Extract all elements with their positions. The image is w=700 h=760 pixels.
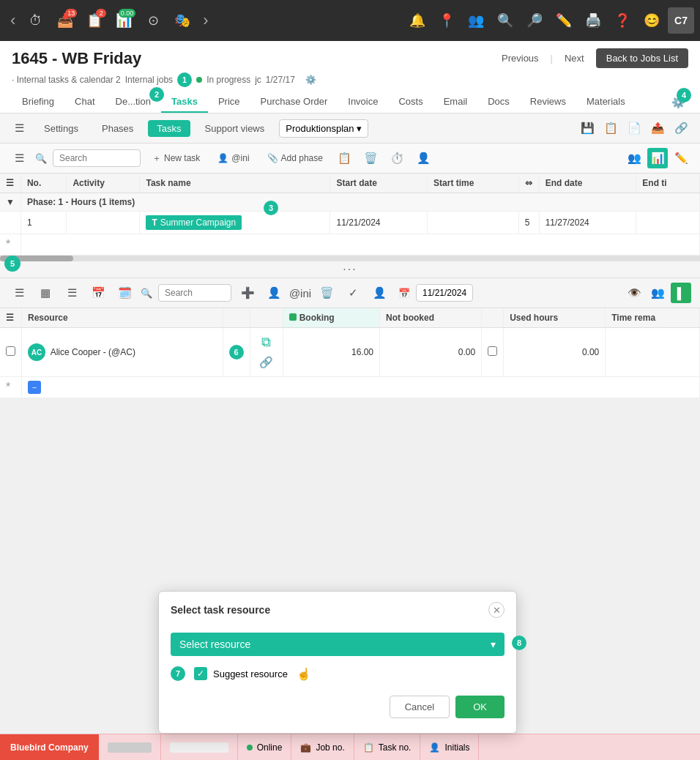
table-row[interactable]: 1 T Summer Campaign 3 11/21/2024	[0, 212, 700, 234]
tab-price[interactable]: Price	[208, 92, 250, 113]
settings-icon-header[interactable]: ⚙️	[305, 75, 316, 85]
pin-icon[interactable]: 📍	[433, 7, 460, 34]
clock-icon[interactable]: ⏱	[23, 7, 49, 34]
minus-btn[interactable]: −	[28, 381, 41, 394]
sub-tab-settings[interactable]: Settings	[35, 120, 87, 137]
chart-icon[interactable]: 📊 0.00	[111, 7, 137, 34]
search-icon[interactable]: 🔎	[521, 7, 548, 34]
hamburger-icon[interactable]: ☰	[9, 118, 29, 138]
dropdown-chevron-icon: ▾	[491, 638, 496, 650]
tab-tasks[interactable]: Tasks	[161, 92, 208, 113]
footer-status: Online	[257, 742, 283, 753]
resource-more-2[interactable]: 👥	[647, 283, 668, 303]
previous-button[interactable]: Previous	[496, 50, 545, 67]
smile-icon[interactable]: 😊	[638, 7, 665, 34]
resource-status-btn[interactable]: ▌	[671, 283, 691, 303]
search-icon-resource: 🔍	[141, 288, 152, 299]
modal-close-button[interactable]: ✕	[488, 602, 504, 618]
gantt-view-icon[interactable]: 📊	[647, 148, 668, 168]
edit-doc-icon[interactable]: ✏️	[551, 7, 577, 34]
sub-tab-support[interactable]: Support views	[196, 120, 274, 137]
resize-handle[interactable]: ···	[0, 261, 700, 277]
tab-docs[interactable]: Docs	[477, 92, 520, 113]
print-icon[interactable]: 🖨️	[580, 7, 606, 34]
copy-resource-icon[interactable]: ⧉	[256, 332, 277, 352]
timer-rows-icon[interactable]: ⏱️	[387, 148, 408, 168]
ini-resource-btn[interactable]: 👤	[264, 283, 284, 303]
suggest-checkbox[interactable]	[194, 667, 207, 680]
resource-gantt-view[interactable]: 📅	[88, 283, 108, 303]
add-resource-btn[interactable]: ➕	[237, 283, 258, 303]
copy-rows-icon[interactable]: 📋	[335, 148, 355, 168]
resource-mgr-icon[interactable]: 👥	[624, 148, 644, 168]
resource-hamburger[interactable]: ☰	[9, 283, 29, 303]
assign-resource-btn[interactable]: 👤	[369, 283, 390, 303]
check-resource-btn[interactable]: ✓	[343, 283, 363, 303]
step-badge-8: 8	[512, 636, 526, 650]
resource-search-input[interactable]	[158, 284, 231, 302]
task-table: ☰ No. Activity Task name Start date Star…	[0, 174, 700, 256]
clipboard-icon[interactable]: 📋 2	[81, 7, 108, 34]
bell-icon[interactable]: 🔔	[404, 7, 431, 34]
sub-tab-tasks[interactable]: Tasks	[148, 120, 190, 137]
people-icon[interactable]: 👥	[463, 7, 489, 34]
tab-materials[interactable]: Materials	[576, 92, 636, 113]
tab-email[interactable]: Email	[433, 92, 478, 113]
tab-reviews[interactable]: Reviews	[520, 92, 576, 113]
resource-row[interactable]: AC Alice Cooper - (@AC) 6 ⧉ 🔗 16.00 0.00…	[0, 328, 700, 377]
task-hamburger-icon[interactable]: ☰	[9, 148, 29, 168]
cancel-button[interactable]: Cancel	[390, 696, 450, 718]
copy-icon-btn[interactable]: 📋	[600, 118, 621, 138]
resource-time-rema	[606, 328, 700, 377]
ok-button[interactable]: OK	[455, 696, 504, 718]
breadcrumb-2[interactable]: Internal jobs	[125, 75, 173, 85]
share-icon-btn[interactable]: 🔗	[671, 118, 691, 138]
new-task-button[interactable]: ＋ New task	[146, 149, 206, 168]
resource-checkbox[interactable]	[6, 346, 15, 356]
select-resource-dropdown[interactable]: Select resource ▾	[171, 633, 504, 656]
col-end-time: End ti	[636, 174, 700, 193]
resource-cb2[interactable]	[488, 346, 497, 356]
back-to-jobs-button[interactable]: Back to Jobs List	[596, 48, 688, 68]
tab-invoice[interactable]: Invoice	[338, 92, 388, 113]
resource-calendar-view[interactable]: 🗓️	[114, 283, 135, 303]
next-button[interactable]: Next	[559, 50, 590, 67]
footer-user-section	[99, 734, 161, 760]
add-phase-button[interactable]: 📎 Add phase	[261, 150, 329, 166]
add-resource-row[interactable]: * −	[0, 377, 700, 398]
paste-icon-btn[interactable]: 📄	[624, 118, 644, 138]
tab-costs[interactable]: Costs	[388, 92, 433, 113]
table-scrollbar[interactable]	[0, 256, 700, 261]
sub-tab-phases[interactable]: Phases	[93, 120, 142, 137]
breadcrumb-1[interactable]: · Internal tasks & calendar 2	[12, 75, 121, 85]
help-icon[interactable]: ❓	[609, 7, 636, 34]
save-icon-btn[interactable]: 💾	[577, 118, 597, 138]
user-avatar[interactable]: C7	[668, 7, 694, 34]
search-zoom-icon[interactable]: 🔍	[492, 7, 518, 34]
ini-resource-label[interactable]: @ini	[290, 283, 310, 303]
delete-rows-icon[interactable]: 🗑️	[361, 148, 381, 168]
resource-more-1[interactable]: 👁️	[624, 283, 644, 303]
add-task-row[interactable]: *	[0, 234, 700, 256]
resource-date[interactable]: 11/21/2024	[416, 284, 473, 302]
edit-view-icon[interactable]: ✏️	[671, 148, 691, 168]
task-bar[interactable]: T Summer Campaign	[146, 215, 242, 230]
record-icon[interactable]: ⊙	[140, 7, 166, 34]
resource-grid-view[interactable]: ▦	[35, 283, 56, 303]
back-arrow-icon[interactable]: ‹	[6, 11, 20, 30]
user-rows-icon[interactable]: 👤	[414, 148, 434, 168]
task-search-input[interactable]	[53, 149, 141, 167]
view-dropdown[interactable]: Produktionsplan ▾	[279, 119, 368, 138]
step-badge-5: 5	[4, 256, 21, 272]
forward-arrow-icon[interactable]: ›	[198, 11, 212, 30]
resource-table-view[interactable]: ☰	[62, 283, 82, 303]
tab-briefing[interactable]: Briefing	[12, 92, 64, 113]
export-icon-btn[interactable]: 📤	[647, 118, 668, 138]
link-resource-icon[interactable]: 🔗	[256, 352, 277, 373]
delete-resource-btn[interactable]: 🗑️	[316, 283, 337, 303]
tab-purchase-order[interactable]: Purchase Order	[250, 92, 338, 113]
mask-icon[interactable]: 🎭	[169, 7, 196, 34]
tab-chat[interactable]: Chat	[64, 92, 105, 113]
inbox-icon[interactable]: 📥 13	[52, 7, 78, 34]
ini-button[interactable]: 👤 @ini	[212, 150, 255, 166]
